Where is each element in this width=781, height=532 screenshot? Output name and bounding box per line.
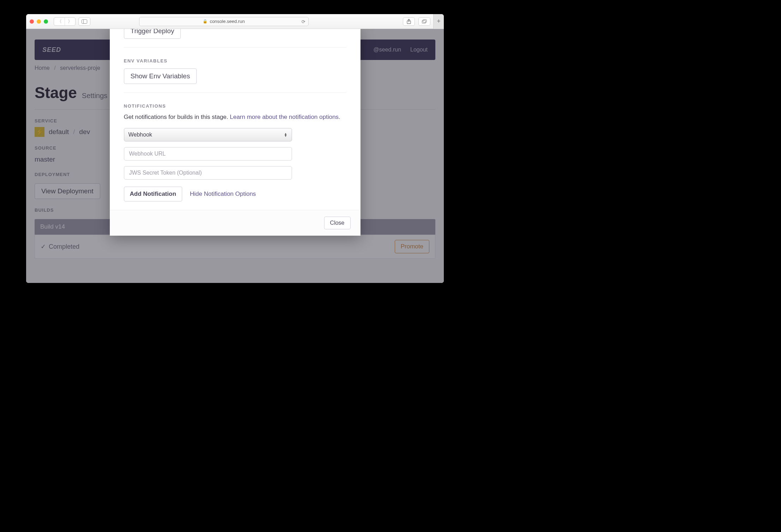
browser-window: 〈 〉 🔒 console.seed.run ⟳ + SEED @seed.ru…: [26, 14, 444, 283]
jws-token-input[interactable]: [124, 166, 292, 180]
new-tab-button[interactable]: +: [433, 14, 444, 29]
trigger-deploy-button[interactable]: Trigger Deploy: [124, 29, 181, 39]
close-window-icon[interactable]: [30, 19, 34, 24]
modal-footer: Close: [110, 210, 360, 236]
webhook-url-input[interactable]: [124, 147, 292, 161]
traffic-lights: [30, 19, 48, 24]
svg-rect-3: [422, 20, 425, 23]
notifications-text: Get notifications for builds in this sta…: [124, 113, 346, 122]
maximize-window-icon[interactable]: [44, 19, 48, 24]
hide-notification-options-link[interactable]: Hide Notification Options: [190, 191, 256, 198]
notification-type-select[interactable]: Webhook ▲▼: [124, 128, 292, 141]
minimize-window-icon[interactable]: [37, 19, 41, 24]
share-icon[interactable]: [403, 17, 415, 26]
svg-rect-0: [82, 19, 87, 23]
notifications-label: NOTIFICATIONS: [124, 93, 346, 109]
chevron-updown-icon: ▲▼: [284, 133, 287, 137]
lock-icon: 🔒: [203, 19, 208, 24]
settings-modal: Trigger Deploy ENV VARIABLES Show Env Va…: [110, 29, 360, 236]
notifications-desc: Get notifications for builds in this sta…: [124, 114, 230, 120]
back-button[interactable]: 〈: [54, 18, 65, 25]
sidebar-toggle-icon[interactable]: [78, 17, 90, 26]
add-notification-button[interactable]: Add Notification: [124, 187, 182, 201]
address-bar[interactable]: 🔒 console.seed.run ⟳: [139, 17, 309, 26]
toolbar-right: [403, 17, 430, 26]
close-button[interactable]: Close: [324, 217, 351, 229]
notification-actions: Add Notification Hide Notification Optio…: [124, 187, 346, 201]
env-variables-label: ENV VARIABLES: [124, 48, 346, 64]
show-env-button[interactable]: Show Env Variables: [124, 68, 197, 84]
nav-buttons: 〈 〉: [54, 17, 76, 26]
titlebar: 〈 〉 🔒 console.seed.run ⟳ +: [26, 14, 444, 29]
viewport: SEED @seed.run Logout Home / serverless-…: [26, 29, 444, 283]
select-value: Webhook: [129, 132, 152, 138]
refresh-icon[interactable]: ⟳: [302, 19, 305, 24]
svg-rect-4: [423, 19, 427, 22]
forward-button[interactable]: 〉: [65, 18, 75, 25]
learn-more-link[interactable]: Learn more about the notification option…: [230, 114, 340, 120]
tabs-icon[interactable]: [418, 17, 430, 26]
url-text: console.seed.run: [210, 19, 245, 24]
